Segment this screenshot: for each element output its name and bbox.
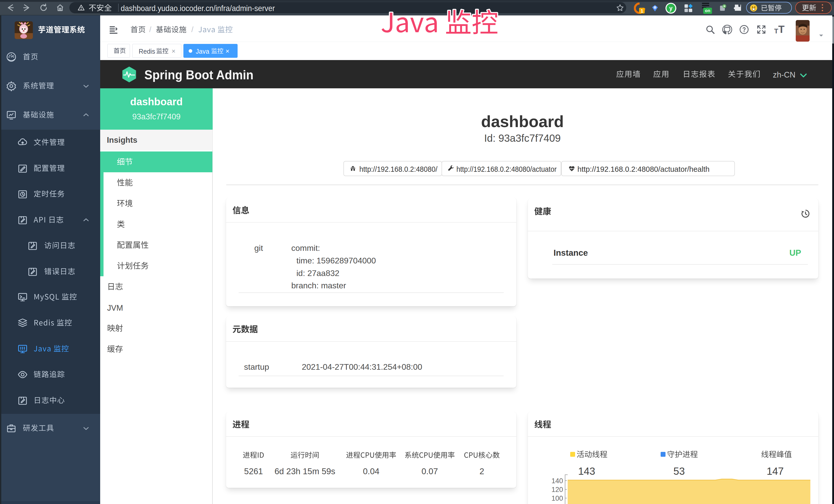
svg-text:1: 1	[641, 8, 643, 14]
svg-text:y: y	[670, 5, 673, 12]
